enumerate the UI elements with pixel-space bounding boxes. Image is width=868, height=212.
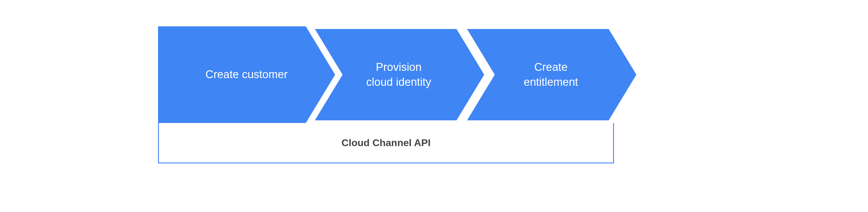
process-diagram: Create customer Provision cloud identity… <box>158 26 693 163</box>
api-box: Cloud Channel API <box>158 123 614 163</box>
step-provision-cloud-identity: Provision cloud identity <box>310 26 487 123</box>
step-label: Create customer <box>206 67 288 82</box>
chevron-row: Create customer Provision cloud identity… <box>158 26 693 123</box>
step-create-customer: Create customer <box>158 26 335 123</box>
step-create-entitlement: Create entitlement <box>462 26 640 123</box>
api-label: Cloud Channel API <box>342 137 431 148</box>
step-label: Create entitlement <box>524 60 578 90</box>
step-label: Provision cloud identity <box>366 60 431 90</box>
